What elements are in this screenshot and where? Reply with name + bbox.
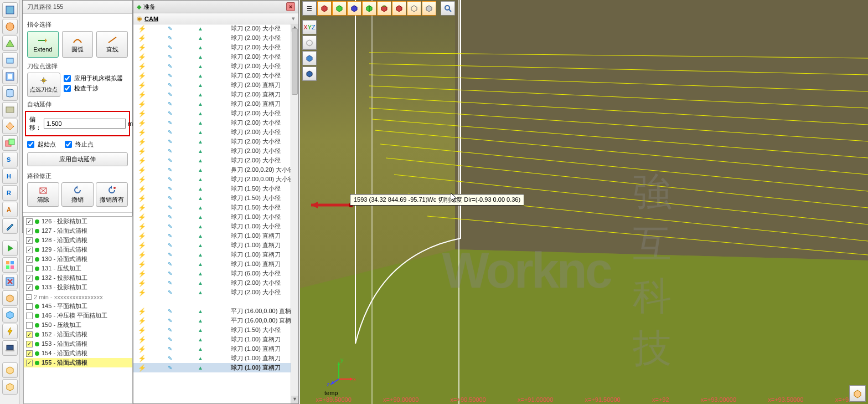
tool-row[interactable]: ⚡✎▲球刀 (2.00) 大小径: [133, 127, 298, 137]
view-cube-5[interactable]: [377, 1, 391, 16]
tb-btn-grid[interactable]: [2, 257, 18, 273]
tool-row[interactable]: ⚡✎▲球刀 (2.00) 大小径: [133, 62, 298, 71]
tb-btn-s[interactable]: S: [2, 152, 18, 167]
tool-tree[interactable]: ⚡✎▲球刀 (2.00) 大小径⚡✎▲球刀 (2.00) 大小径⚡✎▲球刀 (2…: [133, 24, 298, 403]
tool-row[interactable]: ⚡✎▲平刀 (16.00,0.00) 直柄刀: [133, 306, 298, 316]
tool-row[interactable]: ⚡✎▲球刀 (1.00) 直柄刀: [133, 231, 298, 241]
tb-btn-3[interactable]: [2, 35, 18, 51]
tool-row[interactable]: ⚡✎▲球刀 (2.00) 大小径: [133, 278, 298, 288]
op-row-150[interactable]: 150 - 压线加工: [24, 320, 132, 330]
tool-row[interactable]: [133, 297, 298, 306]
op-row-153[interactable]: 153 - 沿面式清根: [24, 339, 132, 349]
op-row-132[interactable]: 132 - 投影精加工: [24, 273, 132, 283]
tool-row[interactable]: ⚡✎▲球刀 (2.00) 大小径: [133, 109, 298, 118]
tool-row[interactable]: ⚡✎▲球刀 (1.50) 大小径: [133, 325, 298, 335]
tb-btn-laptop[interactable]: [2, 340, 18, 356]
tool-row[interactable]: ⚡✎▲球刀 (1.00) 直柄刀: [133, 344, 298, 354]
op-row-131[interactable]: 131 - 压线加工: [24, 264, 132, 273]
arc-button[interactable]: 圆弧: [62, 31, 94, 58]
zoom-icon[interactable]: [441, 1, 455, 16]
tb-btn-a[interactable]: A: [2, 202, 18, 217]
op-row-126[interactable]: 126 - 投影精加工: [24, 217, 132, 226]
op-row-130[interactable]: 130 - 沿面式清根: [24, 254, 132, 264]
tool-row[interactable]: ⚡✎▲球刀 (6.00) 大小径: [133, 269, 298, 278]
side-shade[interactable]: [302, 67, 317, 81]
tool-row[interactable]: ⚡✎▲球刀 (1.00) 直柄刀: [133, 259, 298, 269]
tool-row[interactable]: ⚡✎▲球刀 (1.50) 大小径: [133, 193, 298, 203]
corner-button[interactable]: [849, 385, 866, 402]
tb-btn-y2[interactable]: [2, 379, 18, 395]
tool-row[interactable]: ⚡✎▲球刀 (2.00) 大小径: [133, 43, 298, 52]
chk-start[interactable]: 起始点: [27, 140, 56, 149]
tool-row[interactable]: ⚡✎▲球刀 (2.00) 直柄刀: [133, 80, 298, 90]
tb-btn-cube1[interactable]: [2, 290, 18, 306]
op-row-146[interactable]: 146 - 冲压模 平面精加工: [24, 311, 132, 320]
undo-all-button[interactable]: 撤销所有: [96, 182, 128, 207]
tool-row[interactable]: ⚡✎▲球刀 (2.00) 大小径: [133, 71, 298, 80]
tb-btn-5[interactable]: [2, 69, 18, 84]
tb-btn-8[interactable]: [2, 119, 18, 134]
line-button[interactable]: 直线: [96, 31, 128, 58]
tb-btn-h[interactable]: H: [2, 168, 18, 184]
tool-row[interactable]: ⚡✎▲球刀 (2.00) 大小径: [133, 52, 298, 62]
tb-btn-y1[interactable]: [2, 362, 18, 378]
tool-row[interactable]: ⚡✎▲球刀 (1.00) 直柄刀: [133, 250, 298, 259]
side-solid[interactable]: [302, 51, 317, 65]
clear-button[interactable]: 清除: [27, 182, 59, 207]
viewport-3d[interactable]: ☰ XYZ Worknc強 互 科 技 1593 (34.32 844.69 -…: [300, 0, 868, 404]
tool-row[interactable]: ⚡✎▲球刀 (1.00) 直柄刀: [133, 354, 298, 363]
tb-btn-7[interactable]: [2, 102, 18, 117]
op-row-152[interactable]: 152 - 沿面式清根: [24, 330, 132, 339]
op-row-154[interactable]: 154 - 沿面式清根: [24, 349, 132, 358]
op-row-129[interactable]: 129 - 沿面式清根: [24, 245, 132, 254]
undo-button[interactable]: 撤销: [61, 182, 94, 207]
tb-btn-9[interactable]: [2, 135, 18, 151]
chk-end[interactable]: 终止点: [65, 140, 94, 149]
tool-row[interactable]: ⚡✎▲球刀 (2.00) 大小径: [133, 146, 298, 156]
tool-row[interactable]: ⚡✎▲球刀 (1.50) 大小径: [133, 203, 298, 212]
tb-btn-1[interactable]: [2, 2, 18, 18]
tool-row[interactable]: ⚡✎▲球刀 (2.00,0.00) 大小径: [133, 175, 298, 184]
tool-row[interactable]: ⚡✎▲平刀 (16.00,0.00) 直柄刀: [133, 316, 298, 325]
apply-auto-button[interactable]: 应用自动延伸: [27, 152, 128, 166]
tool-row[interactable]: ⚡✎▲球刀 (1.00) 大小径: [133, 222, 298, 231]
tool-row[interactable]: ⚡✎▲球刀 (1.00) 直柄刀: [133, 363, 298, 372]
close-icon[interactable]: ×: [286, 2, 295, 11]
scrollbar[interactable]: ▲ ▼: [291, 24, 298, 403]
view-cube-8[interactable]: [422, 1, 436, 16]
tb-btn-pen[interactable]: [2, 218, 18, 234]
menu-icon[interactable]: ☰: [302, 1, 317, 16]
view-cube-4[interactable]: [362, 1, 376, 16]
offset-input[interactable]: [44, 119, 126, 129]
tool-row[interactable]: ⚡✎▲球刀 (1.00) 直柄刀: [133, 335, 298, 344]
tool-row[interactable]: ⚡✎▲球刀 (2.00) 大小径: [133, 156, 298, 165]
tool-row[interactable]: ⚡✎▲球刀 (2.00) 直柄刀: [133, 99, 298, 109]
view-cube-6[interactable]: [392, 1, 406, 16]
side-xyz[interactable]: XYZ: [302, 20, 317, 34]
tb-btn-play[interactable]: [2, 241, 18, 256]
group-row[interactable]: -2 min - xxxxxxxxxxxxxxxx: [24, 292, 132, 301]
chevron-down-icon[interactable]: ▾: [292, 15, 295, 22]
op-row-128[interactable]: 128 - 沿面式清根: [24, 236, 132, 245]
view-cube-1[interactable]: [317, 1, 332, 16]
op-row-145[interactable]: 145 - 平面精加工: [24, 301, 132, 311]
side-wire[interactable]: [302, 35, 317, 50]
scroll-down[interactable]: ▼: [291, 396, 298, 403]
tool-row[interactable]: ⚡✎▲球刀 (1.00) 大小径: [133, 212, 298, 222]
cam-tab[interactable]: ◉ CAM ▾: [133, 13, 298, 24]
tb-btn-cube2[interactable]: [2, 307, 18, 323]
extend-button[interactable]: Extend: [27, 31, 59, 58]
tool-row[interactable]: ⚡✎▲球刀 (2.00) 大小径: [133, 118, 298, 127]
tool-row[interactable]: ⚡✎▲鼻刀 (2.00,0.20) 大小径: [133, 165, 298, 175]
tb-btn-2[interactable]: [2, 19, 18, 34]
op-row-127[interactable]: 127 - 沿面式清根: [24, 226, 132, 236]
tool-row[interactable]: ⚡✎▲球刀 (2.00) 大小径: [133, 33, 298, 43]
tool-row[interactable]: ⚡✎▲球刀 (2.00) 大小径: [133, 24, 298, 33]
tool-row[interactable]: ⚡✎▲球刀 (1.50) 大小径: [133, 184, 298, 193]
tb-btn-x[interactable]: [2, 274, 18, 289]
scroll-thumb[interactable]: [292, 28, 298, 95]
tool-row[interactable]: ⚡✎▲球刀 (2.00) 直柄刀: [133, 90, 298, 99]
view-cube-7[interactable]: [407, 1, 421, 16]
chk-simulator[interactable]: 应用于机床模拟器: [64, 74, 128, 83]
tb-btn-6[interactable]: [2, 85, 18, 101]
